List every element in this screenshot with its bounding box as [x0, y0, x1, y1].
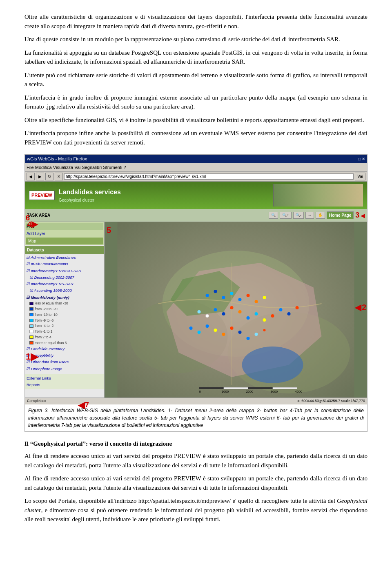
arrow-figure-7: ◀7: [78, 398, 89, 412]
dataset-admin-boundaries[interactable]: ☑ Administrative Boundaries: [26, 254, 103, 261]
intro-paragraph-6: Oltre alle specifiche funzionalità GIS, …: [24, 116, 368, 125]
app-toolbar: TASK AREA 🔍 🔍+ 🔍- ↔ ✋ Home Page 3 ◀: [25, 209, 367, 222]
toolbar-icon-4[interactable]: ↔: [305, 212, 314, 219]
toolbar-icon-3[interactable]: 🔍-: [293, 212, 304, 219]
svg-rect-39: [224, 387, 248, 389]
dataset-ascending[interactable]: ☑ Ascending 1995-2000: [29, 287, 103, 294]
velocity-legend-item: from -29 to -20: [29, 307, 103, 312]
intro-paragraph-7: L'interfaccia propone infine anche la po…: [24, 129, 368, 147]
datasets-header: Datasets: [25, 246, 104, 254]
svg-point-17: [214, 308, 217, 311]
svg-point-36: [255, 333, 258, 336]
header-title-block: Landslides services Geophysical cluster: [59, 187, 121, 203]
stop-icon[interactable]: ✕: [55, 173, 63, 180]
svg-text:0: 0: [199, 390, 201, 393]
svg-point-30: [206, 324, 209, 328]
map-area[interactable]: 0 1000 2000 3000 4000 ◀2 5: [105, 222, 367, 398]
section-title: Il “Geophysical portal”: verso il concet…: [24, 439, 368, 449]
dataset-meanvelocity[interactable]: ☑ MeanVelocity (mm/y): [26, 294, 103, 301]
figure-label: Figura 3.: [28, 408, 49, 413]
preview-logo: PREVIEW: [29, 191, 55, 200]
svg-point-5: [242, 347, 303, 383]
section-paragraph-1: Al fine di rendere accesso unico ai vari…: [24, 451, 368, 470]
task-area-label: TASK AREA: [27, 212, 50, 218]
toolbar-icon-2[interactable]: 🔍+: [280, 212, 291, 219]
wgis-app: PREVIEW Landslides services Geophysical …: [25, 182, 367, 404]
app-header: PREVIEW Landslides services Geophysical …: [25, 182, 367, 209]
svg-point-7: [206, 294, 209, 297]
toolbar-icon-1[interactable]: 🔍: [269, 212, 278, 219]
browser-menubar[interactable]: File Modifica Visualizza Vai Segnalibri …: [25, 163, 367, 172]
svg-point-18: [222, 312, 225, 315]
arrow-number-2: ◀2: [355, 301, 366, 313]
svg-point-37: [263, 329, 266, 331]
svg-point-31: [214, 329, 217, 332]
intro-paragraph-1: Oltre alle caratteristiche di organizzaz…: [24, 12, 368, 31]
svg-text:4000: 4000: [295, 390, 303, 393]
svg-point-29: [198, 331, 201, 334]
arrow-figure-1: 1▶: [26, 349, 38, 364]
velocity-legend-item: from 2 to 4: [29, 334, 103, 340]
velocity-legend: less or equal than -30from -29 to -20fro…: [29, 301, 103, 346]
svg-point-23: [263, 318, 266, 322]
map-svg: 0 1000 2000 3000 4000: [105, 222, 367, 398]
intro-paragraph-5: L'interfaccia è in grado inoltre di prop…: [24, 93, 368, 111]
dataset-envisat[interactable]: ☑ Interferometry:ENVISAT-SAR: [26, 268, 103, 274]
browser-controls: _ □ ✕: [355, 156, 365, 162]
header-photo: [273, 184, 363, 207]
svg-point-19: [230, 306, 234, 309]
completato-status: Completato: [27, 398, 46, 404]
reload-icon[interactable]: ↻: [45, 173, 53, 180]
svg-point-35: [247, 337, 250, 340]
dataset-ers-sar[interactable]: ☑ Interferometry:ERS-SAR: [26, 281, 103, 287]
forward-icon[interactable]: ▶: [36, 173, 44, 180]
home-page-button[interactable]: Home Page: [327, 211, 354, 219]
toolbar-icon-5[interactable]: ✋: [316, 212, 325, 219]
svg-point-22: [255, 312, 258, 315]
arrow-number-3: 3 ◀: [355, 210, 365, 221]
velocity-legend-item: less or equal than -30: [29, 301, 103, 307]
svg-point-15: [198, 310, 201, 313]
arrow-figure-6: 6: [26, 213, 30, 224]
sidebar-tab-add-layer[interactable]: Add Layer: [26, 230, 103, 237]
status-bar: Completato x:-600444.53;y:5143259.7 scal…: [25, 398, 367, 404]
back-icon[interactable]: ◀: [27, 173, 35, 180]
svg-point-10: [230, 292, 234, 295]
reports-item[interactable]: Reports: [27, 382, 102, 388]
app-body: Plot Add Layer Map Datasets ☑ Administra…: [25, 222, 367, 398]
coordinates-display: x:-600444.53;y:5143259.7 scale 1/47,770: [297, 398, 365, 404]
velocity-legend-item: more or equal than 5: [29, 340, 103, 346]
svg-point-27: [296, 306, 299, 309]
intro-paragraph-4: L'utente può così richiamare serie stori…: [24, 71, 368, 89]
svg-point-14: [263, 296, 266, 299]
svg-point-13: [255, 300, 258, 303]
svg-point-32: [222, 333, 225, 336]
sidebar-bottom: External Links Reports: [25, 374, 104, 389]
svg-text:3000: 3000: [271, 390, 278, 393]
app-header-subtitle: Geophysical cluster: [59, 197, 121, 203]
address-bar[interactable]: [64, 173, 354, 180]
svg-point-33: [230, 327, 234, 330]
svg-point-26: [287, 312, 291, 315]
dataset-insitu[interactable]: ☑ In-situ measurements: [26, 261, 103, 267]
go-button[interactable]: Vai: [355, 173, 365, 180]
browser-title-bar: wGis WebGis - Mozilla Firefox _ □ ✕: [25, 155, 367, 163]
svg-point-21: [247, 316, 250, 320]
app-header-title: Landslides services: [59, 187, 121, 197]
svg-rect-41: [273, 387, 297, 389]
section-paragraph-2: Al fine di rendere accesso unico ai vari…: [24, 474, 368, 492]
dataset-descending[interactable]: ☑ Descending 2002-2007: [29, 274, 103, 281]
dataset-orthophoto[interactable]: ☑ Orthophoto Image: [26, 366, 103, 372]
svg-point-11: [238, 298, 242, 301]
external-links-item[interactable]: External Links: [27, 375, 102, 382]
svg-point-20: [238, 310, 242, 313]
browser-toolbar: ◀ ▶ ↻ ✕ Vai: [25, 172, 367, 182]
svg-point-34: [238, 331, 242, 334]
svg-point-12: [247, 294, 250, 297]
velocity-legend-item: from -19 to -10: [29, 312, 103, 318]
velocity-legend-item: from -4 to -2: [29, 323, 103, 329]
sidebar-tab-map[interactable]: Map: [26, 238, 103, 244]
intro-paragraph-3: La funzionalità si appoggia su un databa…: [24, 48, 368, 67]
svg-point-8: [214, 290, 217, 293]
browser-title: wGis WebGis - Mozilla Firefox: [27, 155, 87, 162]
